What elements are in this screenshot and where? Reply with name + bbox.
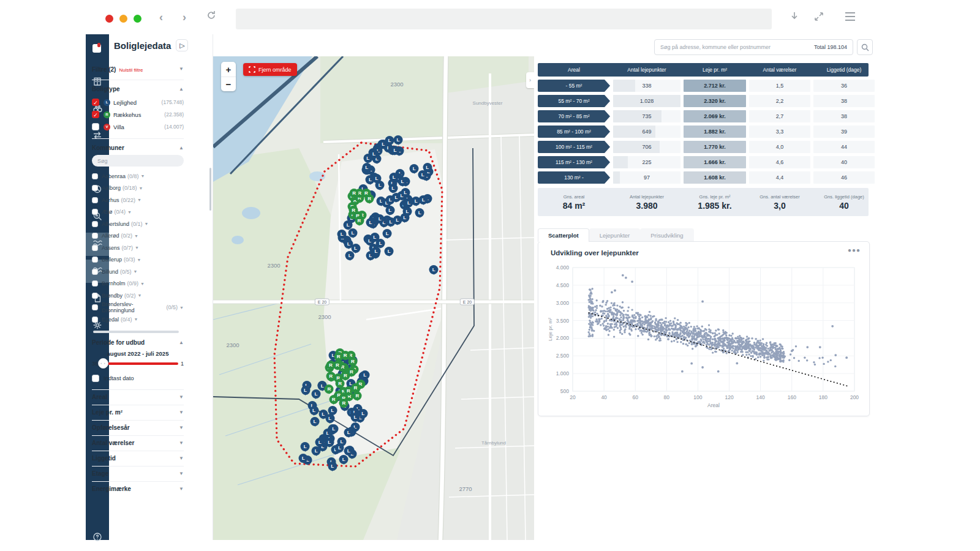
map-pin-L[interactable]: L <box>390 146 399 155</box>
kommuner-header[interactable]: Kommuner▲ <box>92 144 184 151</box>
map-pin-R[interactable]: R <box>339 399 349 408</box>
kommune-item[interactable]: Brøndby(0/2)▼ <box>92 290 184 302</box>
checkbox[interactable]: ✓ <box>92 111 99 118</box>
map-pin-L[interactable]: L <box>385 136 394 145</box>
kommune-item[interactable]: Albertslund(0/1)▼ <box>92 218 184 230</box>
map-pin-L[interactable]: L <box>385 247 394 256</box>
filter-section-antal-v-relser[interactable]: Antal værelser▼ <box>92 435 184 451</box>
boligtype-option-R[interactable]: ✓RRækkehus(22.358) <box>92 108 184 121</box>
scatter-plot[interactable]: 5001.0002.5002.0003.5003.0004.5004.00020… <box>546 264 862 410</box>
filters-header[interactable]: Filtre (2)Nulstil filtre▼ <box>92 63 184 74</box>
map-pin-L[interactable]: L <box>423 163 432 172</box>
filter-section-etage[interactable]: Etage▼ <box>92 466 184 481</box>
checkbox[interactable] <box>92 209 98 215</box>
map-pin-L[interactable]: L <box>388 184 398 193</box>
table-row[interactable]: 100 m² - 115 m²7061.770 kr.4,044 <box>538 141 869 153</box>
kommune-item[interactable]: Bornholm(0/9)▼ <box>92 278 184 290</box>
map-pin-L[interactable]: L <box>366 175 375 184</box>
map-pin-L[interactable]: L <box>344 428 353 437</box>
checkbox[interactable] <box>92 280 98 287</box>
map-pin-R[interactable]: R <box>334 352 343 361</box>
map-pin-L[interactable]: L <box>400 213 409 222</box>
zoom-out-button[interactable]: − <box>221 77 236 91</box>
table-row[interactable]: 115 m² - 130 m²2251.666 kr.4,640 <box>538 156 869 168</box>
map-pin-L[interactable]: L <box>344 446 353 455</box>
table-row[interactable]: 85 m² - 100 m²6491.882 kr.3,339 <box>538 126 869 138</box>
map-pin-L[interactable]: L <box>301 386 310 395</box>
horizontal-scrollbar[interactable] <box>93 331 179 333</box>
filter-section-liggetid[interactable]: Liggetid▼ <box>92 451 184 466</box>
checkbox[interactable] <box>92 185 98 191</box>
map-pin-R[interactable]: R <box>336 379 345 388</box>
table-row[interactable]: 70 m² - 85 m²7352.069 kr.2,738 <box>538 110 869 122</box>
map-pin-L[interactable]: L <box>299 454 308 463</box>
window-minimize-button[interactable] <box>119 15 127 23</box>
filter-section-energim-rke[interactable]: Energimærke▼ <box>92 481 184 497</box>
period-header[interactable]: Periode for udbud▲ <box>92 339 184 346</box>
checkbox[interactable] <box>92 123 99 130</box>
slider-track[interactable]: ‹ › <box>100 362 178 365</box>
checkbox[interactable] <box>92 257 98 263</box>
table-row[interactable]: 130 m² -971.608 kr.4,446 <box>538 171 869 184</box>
kommune-item[interactable]: Aarhus(0/22)▼ <box>92 194 184 206</box>
fullscreen-icon[interactable] <box>813 11 824 24</box>
search-input[interactable]: Søg på adresse, kommune eller postnummer… <box>654 39 853 55</box>
map-pin-L[interactable]: L <box>328 462 337 471</box>
map-pin-L[interactable]: L <box>309 406 318 415</box>
map-pin-L[interactable]: L <box>351 413 360 422</box>
tab-scatterplot[interactable]: Scatterplot <box>538 228 589 242</box>
map-pin-L[interactable]: L <box>328 406 337 415</box>
map-pin-L[interactable]: L <box>404 198 413 208</box>
map-pin-L[interactable]: L <box>337 230 347 239</box>
browser-reload-button[interactable] <box>206 10 217 23</box>
map-pin-R[interactable]: R <box>349 206 358 215</box>
table-row[interactable]: - 55 m²3382.712 kr.1,536 <box>538 80 869 92</box>
map-pin-L[interactable]: L <box>429 265 439 274</box>
sidebar-item-help[interactable] <box>86 527 109 550</box>
window-zoom-button[interactable] <box>134 15 141 23</box>
map-pin-L[interactable]: L <box>362 163 371 172</box>
map-pin-L[interactable]: L <box>398 177 407 186</box>
kommuner-scrollbar[interactable] <box>209 168 211 211</box>
boligtype-option-L[interactable]: ✓LLejlighed(175.748) <box>92 96 184 108</box>
map-pin-L[interactable]: L <box>311 389 320 399</box>
boligtype-option-V[interactable]: VVilla(14.007) <box>92 121 184 133</box>
map-pin-L[interactable]: L <box>415 208 424 217</box>
map-pin-L[interactable]: L <box>315 438 325 447</box>
map-pin-L[interactable]: L <box>390 173 399 182</box>
browser-forward-button[interactable]: › <box>183 11 186 24</box>
checkbox[interactable] <box>92 173 98 179</box>
map-pin-L[interactable]: L <box>410 164 419 173</box>
remove-area-button[interactable]: Fjern område <box>243 63 297 76</box>
checkbox[interactable] <box>92 375 99 382</box>
table-row[interactable]: 55 m² - 70 m²1.0282.320 kr.2,238 <box>538 95 869 107</box>
map-pin-L[interactable]: L <box>369 149 379 159</box>
tab-lejepunkter[interactable]: Lejepunkter <box>589 228 641 242</box>
map-pin-L[interactable]: L <box>360 370 369 380</box>
kommune-search-input[interactable]: Søg <box>92 155 184 167</box>
map-pin-L[interactable]: L <box>325 438 334 447</box>
tab-prisudvikling[interactable]: Prisudvikling <box>640 228 693 242</box>
browser-back-button[interactable]: ‹ <box>159 11 163 24</box>
map-pin-R[interactable]: R <box>355 216 364 225</box>
checkbox[interactable] <box>92 293 98 299</box>
map-canvas[interactable]: + − Fjern område › 23002300230023002770S… <box>213 56 534 540</box>
address-bar[interactable] <box>236 9 772 29</box>
map-pin-R[interactable]: R <box>348 357 357 366</box>
map-pin-R[interactable]: R <box>326 361 335 370</box>
map-pin-R[interactable]: R <box>365 194 374 203</box>
map-pin-L[interactable]: L <box>386 195 395 204</box>
zoom-in-button[interactable]: + <box>221 62 236 77</box>
map-pin-L[interactable]: L <box>376 239 385 248</box>
map-pin-L[interactable]: L <box>375 214 385 223</box>
checkbox[interactable] <box>92 269 98 275</box>
filter-section-areal[interactable]: Areal▼ <box>92 389 184 405</box>
search-button[interactable] <box>857 39 873 55</box>
map-pin-L[interactable]: L <box>349 228 358 238</box>
checkbox[interactable] <box>92 233 98 239</box>
map-pin-R[interactable]: R <box>350 189 359 198</box>
kommune-item[interactable]: Ballerup(0/3)▼ <box>92 254 184 266</box>
checkbox[interactable]: ✓ <box>92 99 99 106</box>
checkbox[interactable] <box>92 317 98 323</box>
map-pin-L[interactable]: L <box>335 443 344 452</box>
